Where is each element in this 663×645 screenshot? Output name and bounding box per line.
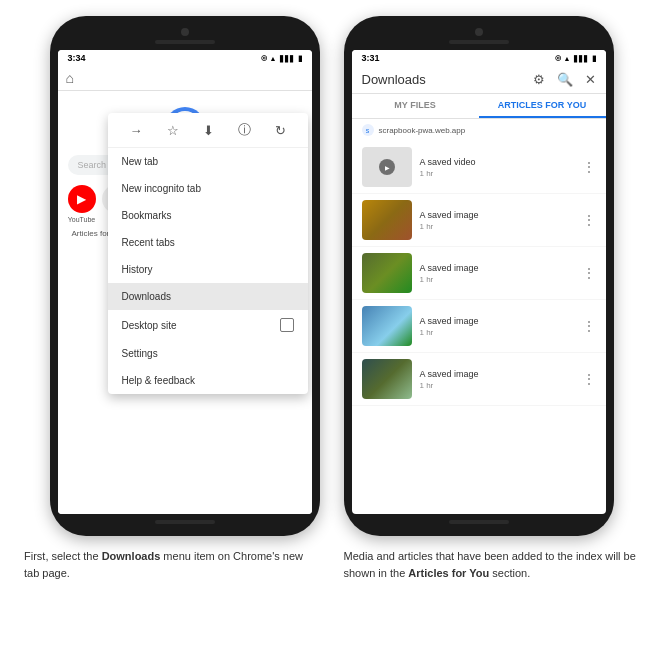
status-time-right: 3:31 <box>362 53 380 63</box>
download-item-3[interactable]: A saved image 1 hr ⋮ <box>352 300 606 353</box>
status-bar-left: 3:34 ◎ ▲ ▋▋▋ ▮ <box>58 50 312 66</box>
more-icon-4[interactable]: ⋮ <box>582 371 596 387</box>
caption-left: First, select the Downloads menu item on… <box>24 548 320 581</box>
location-icon-right: ◎ <box>555 54 561 62</box>
left-phone-screen: 3:34 ◎ ▲ ▋▋▋ ▮ ⌂ Search or type URL ▶ <box>58 50 312 514</box>
phone-bottom-bar-right <box>449 520 509 524</box>
download-item-2[interactable]: A saved image 1 hr ⋮ <box>352 247 606 300</box>
menu-star-icon[interactable]: ☆ <box>167 123 179 138</box>
caption-right: Media and articles that have been added … <box>344 548 640 581</box>
desktop-site-row: Desktop site <box>122 318 294 332</box>
download-item-1[interactable]: A saved image 1 hr ⋮ <box>352 194 606 247</box>
downloads-header-icons: ⚙ 🔍 ✕ <box>533 72 596 87</box>
phone-speaker-right <box>449 40 509 44</box>
phones-row: 3:34 ◎ ▲ ▋▋▋ ▮ ⌂ Search or type URL ▶ <box>16 16 647 536</box>
status-icons-right: ◎ ▲ ▋▋▋ ▮ <box>555 54 596 63</box>
search-icon[interactable]: 🔍 <box>557 72 573 87</box>
download-name-4: A saved image <box>420 369 574 379</box>
status-icons-left: ◎ ▲ ▋▋▋ ▮ <box>261 54 302 63</box>
phone-speaker-left <box>155 40 215 44</box>
download-info-2: A saved image 1 hr <box>420 263 574 284</box>
more-icon-1[interactable]: ⋮ <box>582 212 596 228</box>
image-thumbnail-3 <box>362 306 412 346</box>
download-thumb-4 <box>362 359 412 399</box>
download-info-3: A saved image 1 hr <box>420 316 574 337</box>
more-icon-0[interactable]: ⋮ <box>582 159 596 175</box>
download-info-1: A saved image 1 hr <box>420 210 574 231</box>
menu-info-icon[interactable]: ⓘ <box>238 121 251 139</box>
wifi-icon-right: ▲ <box>564 55 571 62</box>
download-info-4: A saved image 1 hr <box>420 369 574 390</box>
menu-item-bookmarks[interactable]: Bookmarks <box>108 202 308 229</box>
menu-item-recent-tabs[interactable]: Recent tabs <box>108 229 308 256</box>
phone-bottom-bar-left <box>155 520 215 524</box>
more-icon-2[interactable]: ⋮ <box>582 265 596 281</box>
download-item-0[interactable]: ▶ A saved video 1 hr ⋮ <box>352 141 606 194</box>
tab-my-files[interactable]: MY FILES <box>352 94 479 118</box>
menu-item-help[interactable]: Help & feedback <box>108 367 308 394</box>
play-icon: ▶ <box>379 159 395 175</box>
menu-forward-icon[interactable]: → <box>130 123 143 138</box>
phone-camera-left <box>181 28 189 36</box>
download-time-4: 1 hr <box>420 381 574 390</box>
menu-item-new-incognito[interactable]: New incognito tab <box>108 175 308 202</box>
download-name-2: A saved image <box>420 263 574 273</box>
battery-icon: ▮ <box>298 54 302 63</box>
site-url: scrapbook-pwa.web.app <box>379 126 466 135</box>
image-thumbnail-2 <box>362 253 412 293</box>
location-icon: ◎ <box>261 54 267 62</box>
left-phone: 3:34 ◎ ▲ ▋▋▋ ▮ ⌂ Search or type URL ▶ <box>50 16 320 536</box>
right-phone: 3:31 ◎ ▲ ▋▋▋ ▮ Downloads ⚙ 🔍 ✕ MY <box>344 16 614 536</box>
status-bar-right: 3:31 ◎ ▲ ▋▋▋ ▮ <box>352 50 606 66</box>
download-thumb-3 <box>362 306 412 346</box>
menu-refresh-icon[interactable]: ↻ <box>275 123 286 138</box>
download-time-2: 1 hr <box>420 275 574 284</box>
menu-item-downloads[interactable]: Downloads <box>108 283 308 310</box>
download-name-3: A saved image <box>420 316 574 326</box>
download-thumb-2 <box>362 253 412 293</box>
dropdown-menu: → ☆ ⬇ ⓘ ↻ New tab New incognito tab Book… <box>108 113 308 394</box>
download-name-1: A saved image <box>420 210 574 220</box>
phone-camera-right <box>475 28 483 36</box>
youtube-icon: ▶ <box>68 185 96 213</box>
downloads-content: s scrapbook-pwa.web.app ▶ A saved video <box>352 119 606 514</box>
image-thumbnail-4 <box>362 359 412 399</box>
right-phone-screen: 3:31 ◎ ▲ ▋▋▋ ▮ Downloads ⚙ 🔍 ✕ MY <box>352 50 606 514</box>
site-badge: s scrapbook-pwa.web.app <box>352 119 606 141</box>
chrome-page-content: Search or type URL ▶ YouTube Y Y Article… <box>58 91 312 514</box>
signal-icon-right: ▋▋▋ <box>574 55 589 62</box>
settings-icon[interactable]: ⚙ <box>533 72 545 87</box>
status-time-left: 3:34 <box>68 53 86 63</box>
download-time-1: 1 hr <box>420 222 574 231</box>
desktop-site-label: Desktop site <box>122 320 177 331</box>
wifi-icon: ▲ <box>270 55 277 62</box>
download-name-0: A saved video <box>420 157 574 167</box>
home-icon[interactable]: ⌂ <box>66 70 74 86</box>
download-thumb-1 <box>362 200 412 240</box>
download-item-4[interactable]: A saved image 1 hr ⋮ <box>352 353 606 406</box>
captions-row: First, select the Downloads menu item on… <box>16 548 647 581</box>
close-icon[interactable]: ✕ <box>585 72 596 87</box>
youtube-shortcut[interactable]: ▶ YouTube <box>68 185 96 223</box>
tab-articles[interactable]: ARTICLES FOR YOU <box>479 94 606 118</box>
image-thumbnail-1 <box>362 200 412 240</box>
downloads-tabs: MY FILES ARTICLES FOR YOU <box>352 94 606 119</box>
menu-download-icon[interactable]: ⬇ <box>203 123 214 138</box>
menu-item-history[interactable]: History <box>108 256 308 283</box>
download-time-3: 1 hr <box>420 328 574 337</box>
desktop-site-checkbox[interactable] <box>280 318 294 332</box>
signal-icon: ▋▋▋ <box>280 55 295 62</box>
video-thumbnail: ▶ <box>362 147 412 187</box>
downloads-header: Downloads ⚙ 🔍 ✕ <box>352 66 606 94</box>
site-favicon: s <box>362 124 374 136</box>
download-thumb-video: ▶ <box>362 147 412 187</box>
download-time-0: 1 hr <box>420 169 574 178</box>
menu-top-bar: → ☆ ⬇ ⓘ ↻ <box>108 113 308 148</box>
downloads-title: Downloads <box>362 72 533 87</box>
battery-icon-right: ▮ <box>592 54 596 63</box>
menu-item-new-tab[interactable]: New tab <box>108 148 308 175</box>
chrome-toolbar-left: ⌂ <box>58 66 312 91</box>
menu-item-settings[interactable]: Settings <box>108 340 308 367</box>
menu-item-desktop-site[interactable]: Desktop site <box>108 310 308 340</box>
more-icon-3[interactable]: ⋮ <box>582 318 596 334</box>
